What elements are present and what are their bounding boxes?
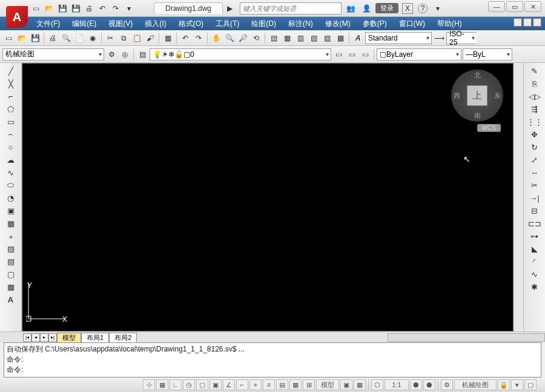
- mtext-icon[interactable]: A: [5, 294, 16, 305]
- menu-edit[interactable]: 编辑(E): [66, 19, 102, 29]
- annoscale-icon[interactable]: ⬡: [371, 379, 383, 390]
- help-more-icon[interactable]: ▾: [432, 3, 443, 14]
- textstyle-combo[interactable]: Standard: [365, 32, 432, 44]
- publish-button[interactable]: 📄: [73, 32, 85, 44]
- textstyle-icon[interactable]: A: [352, 32, 364, 44]
- tpy-toggle[interactable]: ▤: [276, 379, 288, 390]
- breakpoint-icon[interactable]: ⊟: [529, 205, 540, 216]
- tab-prev-button[interactable]: ◂: [31, 333, 40, 342]
- horizontal-scrollbar[interactable]: [388, 333, 545, 342]
- quickview-layouts-button[interactable]: ▣: [340, 379, 352, 390]
- chamfer-icon[interactable]: ◣: [529, 243, 540, 254]
- quickview-drawings-button[interactable]: ▦: [354, 379, 366, 390]
- undo-button[interactable]: ↶: [179, 32, 191, 44]
- menu-draw[interactable]: 绘图(D): [245, 19, 282, 29]
- pan-button[interactable]: ✋: [210, 32, 222, 44]
- viewcube-west[interactable]: 西: [454, 91, 460, 100]
- tab-layout1[interactable]: 布局1: [81, 333, 109, 342]
- ws-switch-combo[interactable]: 机械绘图: [454, 379, 497, 390]
- join-icon[interactable]: ⊶: [529, 230, 540, 241]
- tab-layout2[interactable]: 布局2: [109, 333, 137, 342]
- hatch-icon[interactable]: ▨: [5, 243, 16, 254]
- menu-parametric[interactable]: 参数(P): [357, 19, 393, 29]
- paste-button[interactable]: 📋: [131, 32, 143, 44]
- ducs-toggle[interactable]: ⌐: [236, 379, 248, 390]
- tab-first-button[interactable]: |◂: [23, 333, 31, 342]
- array-icon[interactable]: ⋮⋮: [529, 116, 540, 127]
- wcs-badge[interactable]: WCS: [477, 124, 501, 132]
- search-icon[interactable]: 👥: [345, 3, 356, 14]
- break-icon[interactable]: ⊏⊐: [529, 218, 540, 229]
- markup-button[interactable]: ▨: [321, 32, 333, 44]
- new-icon[interactable]: ▭: [30, 3, 41, 14]
- copy-modify-icon[interactable]: ⎘: [529, 78, 540, 89]
- viewcube-south[interactable]: 南: [474, 111, 481, 120]
- trim-icon[interactable]: ✂: [529, 180, 540, 191]
- command-window[interactable]: 自动保存到 C:\Users\asus\appdata\local\temp\D…: [4, 342, 541, 377]
- menu-insert[interactable]: 插入(I): [139, 19, 172, 29]
- viewcube-north[interactable]: 北: [474, 71, 481, 80]
- sheetset-button[interactable]: ▧: [308, 32, 320, 44]
- layerprops-button[interactable]: ▤: [136, 48, 148, 60]
- extend-icon[interactable]: →|: [529, 192, 540, 203]
- menu-modify[interactable]: 修改(M): [319, 19, 357, 29]
- viewcube-top-face[interactable]: 上: [467, 85, 487, 106]
- redo-icon[interactable]: ↷: [110, 3, 121, 14]
- save-button[interactable]: 💾: [29, 32, 41, 44]
- mdi-minimize-button[interactable]: –: [514, 18, 522, 27]
- menu-window[interactable]: 窗口(W): [393, 19, 431, 29]
- lock-ui-toggle[interactable]: 🔒: [498, 379, 510, 390]
- properties-button[interactable]: ▤: [268, 32, 280, 44]
- menu-view[interactable]: 视图(V): [102, 19, 139, 29]
- viewcube-east[interactable]: 东: [494, 91, 501, 100]
- menu-tools[interactable]: 工具(T): [210, 19, 245, 29]
- offset-icon[interactable]: ⇶: [529, 103, 540, 114]
- mdi-restore-button[interactable]: ❐: [523, 18, 532, 27]
- cut-button[interactable]: ✂: [104, 32, 116, 44]
- hardware-accel-toggle[interactable]: ▾: [511, 379, 523, 390]
- stretch-icon[interactable]: ↔: [529, 167, 540, 178]
- circle-icon[interactable]: ○: [5, 142, 16, 152]
- revcloud-icon[interactable]: ☁: [5, 154, 16, 165]
- snapmode-toggle[interactable]: ⊹: [143, 379, 155, 390]
- dimstyle-combo[interactable]: ISO-25: [446, 32, 477, 44]
- dimstyle-icon[interactable]: ⟶: [433, 32, 445, 44]
- ortho-toggle[interactable]: ∟: [170, 379, 182, 390]
- login-button[interactable]: 登录: [375, 3, 398, 13]
- print-button[interactable]: 🖨: [47, 32, 59, 44]
- grid-toggle[interactable]: ▦: [156, 379, 168, 390]
- quickcalc-button[interactable]: ▩: [334, 32, 346, 44]
- line-icon[interactable]: ╱: [5, 65, 16, 76]
- linetype-combo[interactable]: — ByL: [463, 48, 512, 60]
- print-icon[interactable]: 🖨: [84, 3, 94, 14]
- menu-format[interactable]: 格式(O): [173, 19, 210, 29]
- layer-combo[interactable]: 💡☀❄🔓▢ 0: [150, 48, 331, 60]
- copy-button[interactable]: ⧉: [117, 32, 130, 44]
- tab-nav-icon[interactable]: ▶: [224, 3, 235, 14]
- minimize-button[interactable]: —: [488, 1, 505, 12]
- toolpalettes-button[interactable]: ▥: [294, 32, 306, 44]
- designcenter-button[interactable]: ▦: [281, 32, 293, 44]
- erase-icon[interactable]: ✎: [529, 65, 540, 76]
- save-icon[interactable]: 💾: [57, 3, 68, 14]
- arc-icon[interactable]: ⌢: [5, 129, 16, 140]
- zoom-realtime-button[interactable]: 🔍: [223, 32, 236, 44]
- spline-icon[interactable]: ∿: [5, 167, 16, 178]
- open-button[interactable]: 📂: [16, 32, 28, 44]
- saveas-icon[interactable]: 💾: [70, 3, 81, 14]
- tab-next-button[interactable]: ▸: [40, 333, 48, 342]
- blockeditor-button[interactable]: ▦: [162, 32, 174, 44]
- help-icon[interactable]: ?: [418, 4, 428, 13]
- matchprop-button[interactable]: 🖌: [144, 32, 156, 44]
- explode-icon[interactable]: ✱: [529, 281, 540, 292]
- region-icon[interactable]: ▢: [5, 269, 16, 279]
- tab-model[interactable]: 模型: [57, 333, 81, 342]
- file-tab[interactable]: Drawing1.dwg: [154, 2, 223, 14]
- user-icon[interactable]: 👤: [361, 3, 372, 14]
- scale-icon[interactable]: ⤢: [529, 154, 540, 165]
- layer-tool1-icon[interactable]: ▭: [332, 48, 345, 60]
- 3ddwf-button[interactable]: ◉: [87, 32, 99, 44]
- zoom-prev-button[interactable]: ⟲: [250, 32, 262, 44]
- makeblock-icon[interactable]: ▦: [5, 218, 16, 229]
- 3dosnap-toggle[interactable]: ▣: [210, 379, 222, 390]
